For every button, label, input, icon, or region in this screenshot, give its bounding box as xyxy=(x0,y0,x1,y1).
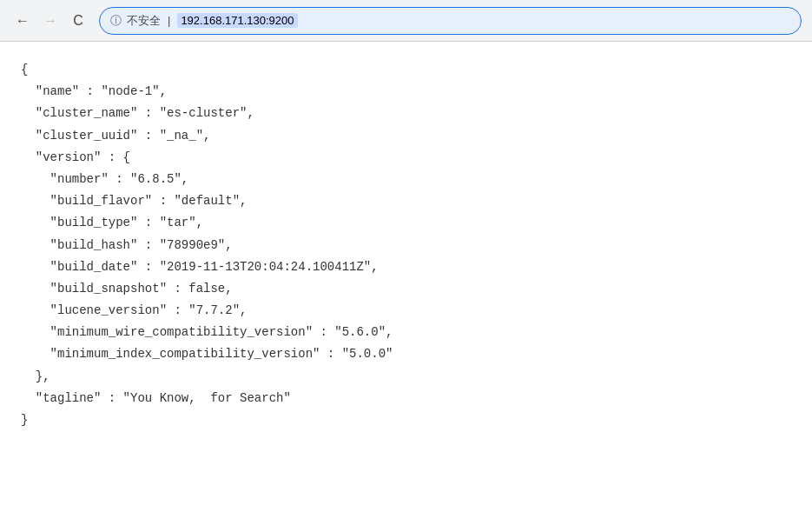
browser-toolbar: ← → C ⓘ 不安全 | 192.168.171.130:9200 xyxy=(0,0,812,42)
back-button[interactable]: ← xyxy=(10,9,35,33)
json-line: "tagline" : "You Know, for Search" xyxy=(21,388,791,409)
json-line: { xyxy=(21,59,791,81)
json-line: "cluster_name" : "es-cluster", xyxy=(21,103,791,124)
address-bar[interactable]: ⓘ 不安全 | 192.168.171.130:9200 xyxy=(99,7,802,35)
info-icon: ⓘ xyxy=(110,13,122,29)
json-line: "name" : "node-1", xyxy=(21,81,791,103)
json-line: "build_date" : "2019-11-13T20:04:24.1004… xyxy=(21,256,791,278)
address-url: 192.168.171.130:9200 xyxy=(177,13,297,28)
json-line: "build_flavor" : "default", xyxy=(21,190,791,212)
json-line: "number" : "6.8.5", xyxy=(21,169,791,190)
json-content: { "name" : "node-1", "cluster_name" : "e… xyxy=(0,42,812,449)
address-divider: | xyxy=(168,14,170,27)
json-line: "build_hash" : "78990e9", xyxy=(21,235,791,256)
json-line: "minimum_wire_compatibility_version" : "… xyxy=(21,322,791,343)
json-line: "lucene_version" : "7.7.2", xyxy=(21,300,791,322)
insecure-label: 不安全 xyxy=(127,13,161,29)
json-line: }, xyxy=(21,366,791,388)
refresh-button[interactable]: C xyxy=(66,9,90,33)
json-line: "build_snapshot" : false, xyxy=(21,278,791,300)
forward-button[interactable]: → xyxy=(38,9,63,33)
json-line: "cluster_uuid" : "_na_", xyxy=(21,125,791,147)
json-line: "build_type" : "tar", xyxy=(21,212,791,234)
json-line: "version" : { xyxy=(21,147,791,169)
nav-buttons: ← → C xyxy=(10,9,90,33)
json-line: } xyxy=(21,409,791,431)
json-line: "minimum_index_compatibility_version" : … xyxy=(21,343,791,365)
